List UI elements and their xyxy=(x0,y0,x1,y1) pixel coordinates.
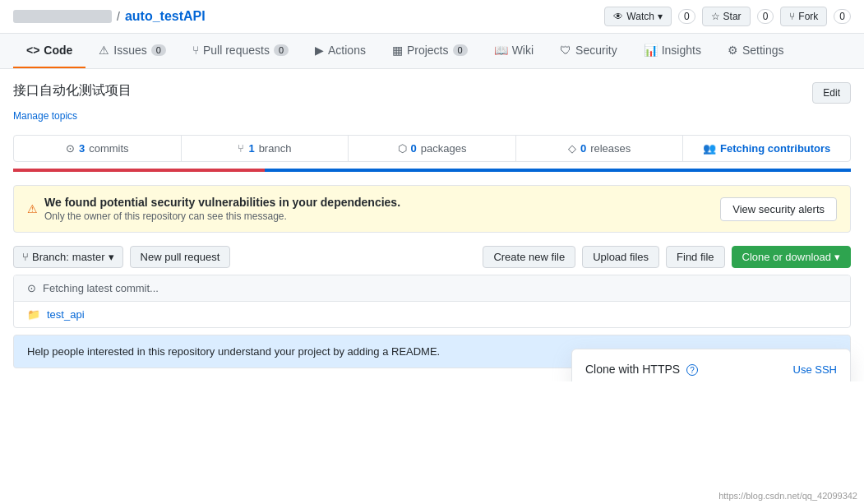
repo-breadcrumb: / auto_testAPI xyxy=(13,9,206,24)
use-ssh-link[interactable]: Use SSH xyxy=(793,363,837,376)
tab-projects[interactable]: ▦ Projects 0 xyxy=(379,34,481,68)
issues-count: 0 xyxy=(151,44,166,56)
user-link[interactable] xyxy=(13,10,112,23)
branch-label: Branch: xyxy=(32,251,69,263)
contributors-label[interactable]: Fetching contributors xyxy=(720,142,830,155)
clone-download-button[interactable]: Clone or download ▾ xyxy=(732,246,851,268)
packages-stat: ⬡ 0 packages xyxy=(349,136,516,161)
clone-with-https-title: Clone with HTTPS ? xyxy=(585,363,698,376)
pr-icon: ⑂ xyxy=(192,44,199,57)
branch-selector[interactable]: ⑂ Branch: master ▾ xyxy=(13,246,123,268)
branch-name: master xyxy=(72,251,105,263)
tab-settings[interactable]: ⚙ Settings xyxy=(714,34,797,68)
star-count: 0 xyxy=(757,9,774,24)
tab-pull-requests[interactable]: ⑂ Pull requests 0 xyxy=(179,34,302,68)
settings-icon: ⚙ xyxy=(728,44,738,57)
projects-count: 0 xyxy=(453,44,468,56)
star-button[interactable]: ☆ Star xyxy=(702,7,751,26)
commits-stat: ⊙ 3 commits xyxy=(14,136,182,161)
folder-icon: 📁 xyxy=(27,308,40,321)
watch-chevron: ▾ xyxy=(658,11,663,22)
clone-title-text: Clone with HTTPS xyxy=(585,363,680,376)
top-bar: / auto_testAPI 👁 Watch ▾ 0 ☆ Star 0 ⑂ Fo… xyxy=(0,0,864,34)
package-icon: ⬡ xyxy=(398,142,407,155)
chevron-down-icon: ▾ xyxy=(109,251,114,263)
commit-icon-row: ⊙ xyxy=(27,282,36,294)
manage-topics-link[interactable]: Manage topics xyxy=(13,110,851,122)
commits-count[interactable]: 3 xyxy=(79,142,85,155)
releases-stat: ◇ 0 releases xyxy=(516,136,684,161)
releases-count[interactable]: 0 xyxy=(580,142,586,155)
packages-label: packages xyxy=(421,142,467,155)
dropdown-arrow-icon: ▾ xyxy=(834,251,840,263)
branches-stat: ⑂ 1 branch xyxy=(182,136,349,161)
tab-security[interactable]: 🛡 Security xyxy=(547,34,631,68)
wiki-icon: 📖 xyxy=(494,44,508,57)
view-security-alerts-button[interactable]: View security alerts xyxy=(720,197,837,221)
latest-commit-text: Fetching latest commit... xyxy=(43,282,159,294)
file-table: ⊙ Fetching latest commit... 📁 test_api xyxy=(13,275,851,328)
clone-dropdown-panel: Clone with HTTPS ? Use SSH Use Git or ch… xyxy=(571,349,851,381)
main-content: 接口自动化测试项目 Edit Manage topics ⊙ 3 commits… xyxy=(0,69,864,381)
file-action-bar: ⑂ Branch: master ▾ New pull request Crea… xyxy=(13,246,851,268)
breadcrumb-separator: / xyxy=(117,10,120,23)
upload-files-button[interactable]: Upload files xyxy=(582,246,659,268)
repo-description-row: 接口自动化测试项目 Edit xyxy=(13,82,851,104)
commit-row: ⊙ Fetching latest commit... xyxy=(14,275,850,302)
repo-description: 接口自动化测试项目 xyxy=(13,82,132,99)
tab-wiki[interactable]: 📖 Wiki xyxy=(481,34,547,68)
help-icon: ? xyxy=(686,364,698,376)
fork-button[interactable]: ⑂ Fork xyxy=(780,7,827,26)
tab-code[interactable]: <> Code xyxy=(13,34,85,68)
alert-text: We found potential security vulnerabilit… xyxy=(44,196,720,222)
packages-count[interactable]: 0 xyxy=(411,142,417,155)
contributors-stat: 👥 Fetching contributors xyxy=(683,136,850,161)
eye-icon: 👁 xyxy=(613,11,623,22)
security-alert-banner: ⚠ We found potential security vulnerabil… xyxy=(13,185,851,233)
language-bar xyxy=(13,169,851,172)
insights-icon: 📊 xyxy=(644,44,658,57)
stats-bar: ⊙ 3 commits ⑂ 1 branch ⬡ 0 packages ◇ 0 … xyxy=(13,135,851,162)
issues-icon: ⚠ xyxy=(99,44,109,57)
actions-icon: ▶ xyxy=(315,44,324,57)
projects-icon: ▦ xyxy=(392,44,403,57)
watch-button[interactable]: 👁 Watch ▾ xyxy=(604,7,672,26)
fork-icon: ⑂ xyxy=(789,11,795,22)
code-icon: <> xyxy=(26,44,39,57)
releases-label: releases xyxy=(590,142,631,155)
branch-controls: ⑂ Branch: master ▾ New pull request xyxy=(13,246,230,268)
clone-header: Clone with HTTPS ? Use SSH xyxy=(585,363,837,376)
commit-icon: ⊙ xyxy=(66,142,75,155)
tab-insights[interactable]: 📊 Insights xyxy=(631,34,714,68)
file-buttons: Create new file Upload files Find file C… xyxy=(483,246,851,268)
warning-icon: ⚠ xyxy=(27,202,38,215)
repo-nav: <> Code ⚠ Issues 0 ⑂ Pull requests 0 ▶ A… xyxy=(0,34,864,69)
alert-sub-text: Only the owner of this repository can se… xyxy=(44,210,720,222)
watch-count: 0 xyxy=(678,9,695,24)
tag-icon: ◇ xyxy=(568,142,576,155)
tab-issues[interactable]: ⚠ Issues 0 xyxy=(85,34,179,68)
new-pull-request-button[interactable]: New pull request xyxy=(130,246,231,268)
star-icon: ☆ xyxy=(711,11,720,22)
language-python xyxy=(13,169,265,172)
file-link[interactable]: test_api xyxy=(47,308,85,321)
branch-count[interactable]: 1 xyxy=(248,142,254,155)
fork-label: Fork xyxy=(798,11,818,22)
edit-button[interactable]: Edit xyxy=(812,82,851,104)
watch-label: Watch xyxy=(626,11,654,22)
star-label: Star xyxy=(723,11,742,22)
find-file-button[interactable]: Find file xyxy=(666,246,725,268)
branch-icon: ⑂ xyxy=(238,142,244,155)
people-icon: 👥 xyxy=(703,142,716,155)
branch-label: branch xyxy=(259,142,292,155)
fork-count: 0 xyxy=(834,9,851,24)
create-new-file-button[interactable]: Create new file xyxy=(483,246,575,268)
alert-main-text: We found potential security vulnerabilit… xyxy=(44,196,720,209)
repo-actions: 👁 Watch ▾ 0 ☆ Star 0 ⑂ Fork 0 xyxy=(604,7,851,26)
clone-label: Clone or download xyxy=(742,251,831,263)
repo-name: auto_testAPI xyxy=(125,9,206,24)
commits-label: commits xyxy=(89,142,128,155)
security-icon: 🛡 xyxy=(560,44,571,57)
language-other xyxy=(265,169,851,172)
tab-actions[interactable]: ▶ Actions xyxy=(302,34,379,68)
